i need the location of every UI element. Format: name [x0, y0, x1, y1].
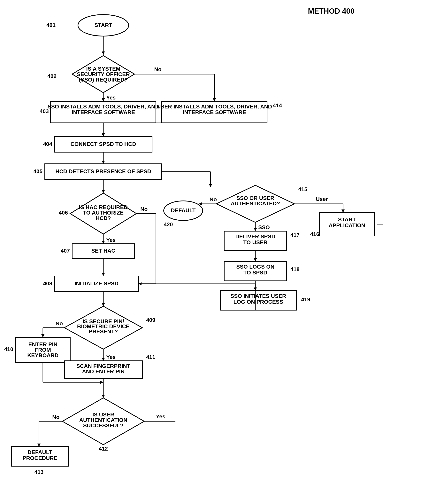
svg-text:INTERFACE SOFTWARE: INTERFACE SOFTWARE — [183, 109, 246, 115]
svg-text:SCAN FINGERPRINT: SCAN FINGERPRINT — [76, 363, 130, 369]
svg-marker-15 — [213, 98, 216, 101]
svg-text:INTERFACE SOFTWARE: INTERFACE SOFTWARE — [71, 109, 135, 115]
svg-text:414: 414 — [273, 102, 282, 108]
svg-marker-44 — [102, 241, 105, 244]
svg-text:Yes: Yes — [106, 95, 116, 101]
svg-text:410: 410 — [4, 346, 13, 352]
svg-text:413: 413 — [35, 469, 44, 475]
svg-text:User: User — [316, 196, 328, 202]
svg-text:405: 405 — [33, 168, 43, 174]
svg-marker-129 — [102, 395, 105, 398]
svg-marker-111 — [41, 334, 44, 337]
svg-text:HCD DETECTS PRESENCE OF SPSD: HCD DETECTS PRESENCE OF SPSD — [55, 168, 151, 174]
svg-text:AND ENTER PIN: AND ENTER PIN — [82, 369, 124, 375]
svg-text:409: 409 — [146, 317, 155, 323]
svg-text:DEFAULT: DEFAULT — [27, 449, 52, 455]
svg-marker-81 — [341, 209, 345, 213]
svg-text:403: 403 — [40, 108, 49, 114]
svg-text:416: 416 — [310, 231, 319, 237]
svg-marker-4 — [102, 52, 105, 55]
svg-text:407: 407 — [61, 248, 70, 254]
svg-text:START: START — [94, 22, 112, 28]
svg-text:KEYBOARD: KEYBOARD — [27, 352, 59, 358]
svg-text:IS USER: IS USER — [92, 412, 114, 418]
svg-text:IS HAC REQUIRED: IS HAC REQUIRED — [79, 204, 128, 210]
svg-text:418: 418 — [290, 266, 300, 272]
svg-marker-119 — [102, 358, 105, 361]
svg-text:—: — — [377, 221, 383, 227]
svg-text:TO USER: TO USER — [243, 239, 267, 245]
svg-text:DEFAULT: DEFAULT — [171, 207, 195, 213]
svg-text:APPLICATION: APPLICATION — [329, 222, 365, 228]
svg-text:406: 406 — [59, 210, 68, 216]
svg-text:SET HAC: SET HAC — [91, 248, 115, 254]
svg-marker-73 — [254, 228, 257, 231]
svg-text:SSO INITIATES USER: SSO INITIATES USER — [230, 293, 286, 299]
svg-marker-137 — [37, 443, 41, 447]
svg-text:(SSO)  REQUIRED?: (SSO) REQUIRED? — [79, 77, 128, 83]
svg-text:LOG ON PROCESS: LOG ON PROCESS — [233, 299, 283, 305]
svg-marker-101 — [102, 303, 105, 306]
svg-marker-11 — [102, 98, 105, 101]
svg-text:417: 417 — [290, 232, 300, 238]
svg-marker-26 — [102, 133, 105, 136]
svg-text:411: 411 — [146, 354, 155, 360]
svg-text:AUTHENTICATED?: AUTHENTICATED? — [231, 200, 280, 207]
flowchart-svg: METHOD 400 START 401 IS A SYSTEM SECURIT… — [0, 0, 429, 504]
svg-text:SSO OR USER: SSO OR USER — [236, 195, 274, 201]
svg-text:415: 415 — [298, 186, 307, 192]
svg-text:404: 404 — [43, 141, 52, 147]
svg-text:INITIALIZE SPSD: INITIALIZE SPSD — [74, 280, 119, 287]
svg-text:PROCEDURE: PROCEDURE — [23, 455, 58, 461]
svg-text:SSO INSTALLS ADM TOOLS, DRIVER: SSO INSTALLS ADM TOOLS, DRIVER, AND — [48, 104, 159, 110]
svg-marker-127 — [100, 381, 103, 384]
svg-text:412: 412 — [99, 446, 108, 452]
svg-text:PRESENT?: PRESENT? — [89, 328, 118, 334]
svg-text:CONNECT SPSD TO HCD: CONNECT SPSD TO HCD — [70, 141, 136, 147]
svg-text:IS A SYSTEM: IS A SYSTEM — [86, 66, 120, 72]
svg-text:419: 419 — [301, 297, 310, 303]
svg-text:FROM: FROM — [35, 347, 51, 353]
svg-text:No: No — [140, 206, 148, 212]
svg-marker-61 — [209, 184, 212, 187]
svg-marker-55 — [102, 273, 105, 276]
svg-text:401: 401 — [46, 22, 56, 28]
svg-text:START: START — [338, 216, 356, 223]
diagram-container: METHOD 400 START 401 IS A SYSTEM SECURIT… — [0, 0, 429, 504]
svg-text:DELIVER SPSD: DELIVER SPSD — [235, 234, 275, 240]
svg-text:No: No — [56, 320, 63, 326]
svg-text:Yes: Yes — [156, 414, 165, 420]
method-title: METHOD 400 — [308, 7, 355, 15]
svg-text:SECURITY OFFICER: SECURITY OFFICER — [77, 71, 130, 77]
svg-text:Yes: Yes — [106, 354, 116, 360]
svg-marker-32 — [102, 161, 105, 164]
svg-text:402: 402 — [47, 73, 57, 79]
svg-text:USER INSTALLS ADM TOOLS, DRIVE: USER INSTALLS ADM TOOLS, DRIVER, AND — [157, 104, 272, 110]
svg-marker-37 — [102, 190, 105, 193]
svg-text:Yes: Yes — [106, 237, 116, 243]
svg-text:No: No — [154, 66, 161, 72]
svg-text:SSO: SSO — [258, 224, 270, 230]
svg-text:420: 420 — [164, 221, 173, 227]
svg-text:SSO LOGS ON: SSO LOGS ON — [236, 264, 274, 270]
svg-text:No: No — [210, 196, 217, 202]
svg-text:408: 408 — [43, 280, 52, 287]
svg-text:No: No — [52, 414, 60, 420]
svg-text:ENTER PIN: ENTER PIN — [28, 341, 57, 347]
svg-text:HCD?: HCD? — [96, 215, 111, 221]
svg-text:TO SPSD: TO SPSD — [244, 270, 267, 276]
svg-text:SUCCESSFUL?: SUCCESSFUL? — [83, 423, 123, 429]
svg-text:AUTHENTICATION: AUTHENTICATION — [79, 417, 127, 423]
svg-text:TO AUTHORIZE: TO AUTHORIZE — [83, 210, 123, 216]
svg-marker-89 — [254, 258, 257, 261]
